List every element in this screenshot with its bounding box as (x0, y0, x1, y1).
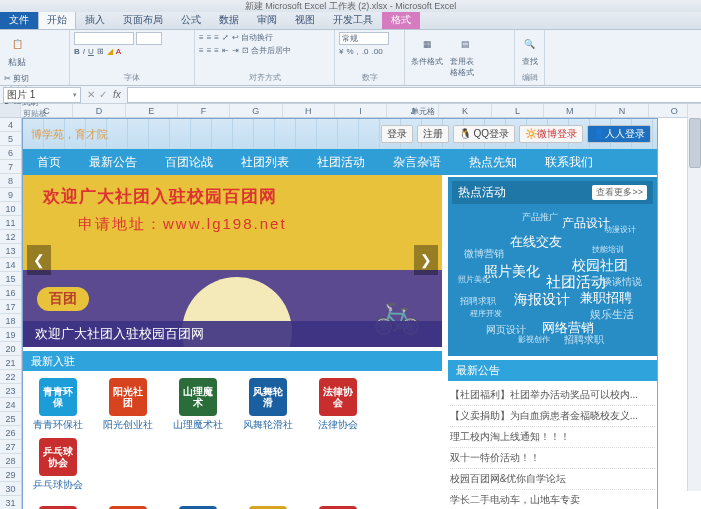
border-button[interactable]: ⊞ (97, 47, 104, 56)
tab-file[interactable]: 文件 (0, 10, 38, 29)
club-item[interactable]: 创业先锋创业先锋社 (233, 503, 303, 509)
inc-dec-button[interactable]: .0 (362, 47, 369, 56)
font-size-select[interactable] (136, 32, 162, 45)
formula-input[interactable] (127, 87, 701, 103)
embedded-image[interactable]: 博学苑，育才院 登录 注册 QQ登录 🔆微博登录 👤人人登录 首页最新公告百团论… (22, 118, 658, 509)
font-name-select[interactable] (74, 32, 134, 45)
underline-button[interactable]: U (88, 47, 94, 56)
row-header[interactable]: 9 (0, 188, 21, 202)
club-item[interactable]: 手机协会手机协会 (163, 503, 233, 509)
col-header[interactable]: D (73, 104, 125, 117)
announce-item[interactable]: 【社团福利】社团举办活动奖品可以校内... (450, 385, 655, 406)
announce-item[interactable]: 理工校内淘上线通知！！！ (450, 427, 655, 448)
bold-button[interactable]: B (74, 47, 80, 56)
nav-item[interactable]: 百团论战 (151, 149, 227, 175)
nav-item[interactable]: 首页 (23, 149, 75, 175)
cloud-tag[interactable]: 娱乐生活 (590, 306, 634, 324)
club-item[interactable]: 法律协会法律协会 (303, 375, 373, 435)
align-center-button[interactable]: ≡ (207, 46, 212, 55)
col-header[interactable]: K (439, 104, 491, 117)
club-item[interactable]: 机械协会机械协会 (93, 503, 163, 509)
align-top-button[interactable]: ≡ (199, 33, 204, 42)
row-header[interactable]: 6 (0, 146, 21, 160)
club-item[interactable]: 乒乓球协会乒乓球协会 (23, 435, 93, 495)
club-item[interactable]: 山理魔术山理魔术社 (163, 375, 233, 435)
club-item[interactable]: 青青环保青青环保社 (23, 375, 93, 435)
currency-button[interactable]: ¥ (339, 47, 343, 56)
announce-item[interactable]: 校园百团网&优你自学论坛 (450, 469, 655, 490)
comma-button[interactable]: , (357, 47, 359, 56)
orient-button[interactable]: ⤢ (222, 33, 229, 42)
percent-button[interactable]: % (346, 47, 353, 56)
col-header[interactable] (0, 104, 21, 117)
col-header[interactable]: G (230, 104, 282, 117)
italic-button[interactable]: I (83, 47, 85, 56)
row-header[interactable]: 13 (0, 244, 21, 258)
nav-item[interactable]: 社团列表 (227, 149, 303, 175)
cloud-tag[interactable]: 在线交友 (510, 232, 562, 253)
font-color-button[interactable]: A (116, 47, 121, 56)
tab-layout[interactable]: 页面布局 (114, 10, 172, 29)
cloud-tag[interactable]: 招聘求职 (564, 332, 604, 348)
row-header[interactable]: 4 (0, 118, 21, 132)
row-header[interactable]: 14 (0, 258, 21, 272)
row-header[interactable]: 12 (0, 230, 21, 244)
nav-item[interactable]: 热点先知 (455, 149, 531, 175)
cloud-tag[interactable]: 影视创作 (518, 334, 550, 347)
row-header[interactable]: 19 (0, 328, 21, 342)
row-header[interactable]: 17 (0, 300, 21, 314)
row-header[interactable]: 27 (0, 440, 21, 454)
tab-format[interactable]: 格式 (382, 10, 420, 29)
dec-dec-button[interactable]: .00 (371, 47, 382, 56)
col-header[interactable]: L (492, 104, 544, 117)
scrollbar-thumb[interactable] (689, 118, 701, 168)
col-header[interactable]: J (387, 104, 439, 117)
cloud-tag[interactable]: 动漫设计 (604, 224, 636, 237)
table-format-button[interactable]: ▤套用表格格式 (448, 32, 482, 79)
nav-item[interactable]: 杂言杂语 (379, 149, 455, 175)
align-left-button[interactable]: ≡ (199, 46, 204, 55)
align-right-button[interactable]: ≡ (214, 46, 219, 55)
cut-button[interactable]: ✂剪切 (4, 73, 38, 84)
cloud-tag[interactable]: 照片美化 (484, 260, 540, 282)
col-header[interactable]: M (544, 104, 596, 117)
cancel-icon[interactable]: ✕ (87, 89, 95, 100)
col-header[interactable]: N (596, 104, 648, 117)
banner-next-button[interactable]: ❯ (414, 245, 438, 275)
tab-data[interactable]: 数据 (210, 10, 248, 29)
row-header[interactable]: 30 (0, 482, 21, 496)
row-header[interactable]: 5 (0, 132, 21, 146)
club-item[interactable]: 双节棍会双节棍协会 (23, 503, 93, 509)
find-button[interactable]: 🔍查找 (519, 32, 540, 68)
vertical-scrollbar[interactable] (687, 104, 701, 491)
nav-item[interactable]: 社团活动 (303, 149, 379, 175)
tab-formula[interactable]: 公式 (172, 10, 210, 29)
tab-review[interactable]: 审阅 (248, 10, 286, 29)
nav-item[interactable]: 联系我们 (531, 149, 607, 175)
hot-more-link[interactable]: 查看更多>> (592, 185, 647, 200)
indent-dec-button[interactable]: ⇤ (222, 46, 229, 55)
row-header[interactable]: 31 (0, 496, 21, 509)
confirm-icon[interactable]: ✓ (99, 89, 107, 100)
cloud-tag[interactable]: 海报设计 (514, 288, 570, 310)
row-header[interactable]: 15 (0, 272, 21, 286)
col-header[interactable]: C (21, 104, 73, 117)
cloud-tag[interactable]: 产品设计 (562, 214, 610, 233)
paste-button[interactable]: 📋粘贴 (4, 32, 30, 70)
cloud-tag[interactable]: 招聘求职 (460, 294, 496, 308)
register-button[interactable]: 注册 (417, 125, 449, 143)
name-box[interactable]: 图片 1▾ (3, 87, 81, 103)
row-header[interactable]: 11 (0, 216, 21, 230)
row-header[interactable]: 26 (0, 426, 21, 440)
row-header[interactable]: 24 (0, 398, 21, 412)
row-header[interactable]: 7 (0, 160, 21, 174)
tab-dev[interactable]: 开发工具 (324, 10, 382, 29)
club-item[interactable]: 风舞轮滑风舞轮滑社 (233, 375, 303, 435)
cloud-tag[interactable]: 照片美化 (458, 274, 490, 287)
tab-insert[interactable]: 插入 (76, 10, 114, 29)
align-mid-button[interactable]: ≡ (207, 33, 212, 42)
row-header[interactable]: 8 (0, 174, 21, 188)
wrap-button[interactable]: ↩自动换行 (232, 32, 273, 43)
club-item[interactable]: 阳光社团阳光创业社 (93, 375, 163, 435)
nav-item[interactable]: 最新公告 (75, 149, 151, 175)
